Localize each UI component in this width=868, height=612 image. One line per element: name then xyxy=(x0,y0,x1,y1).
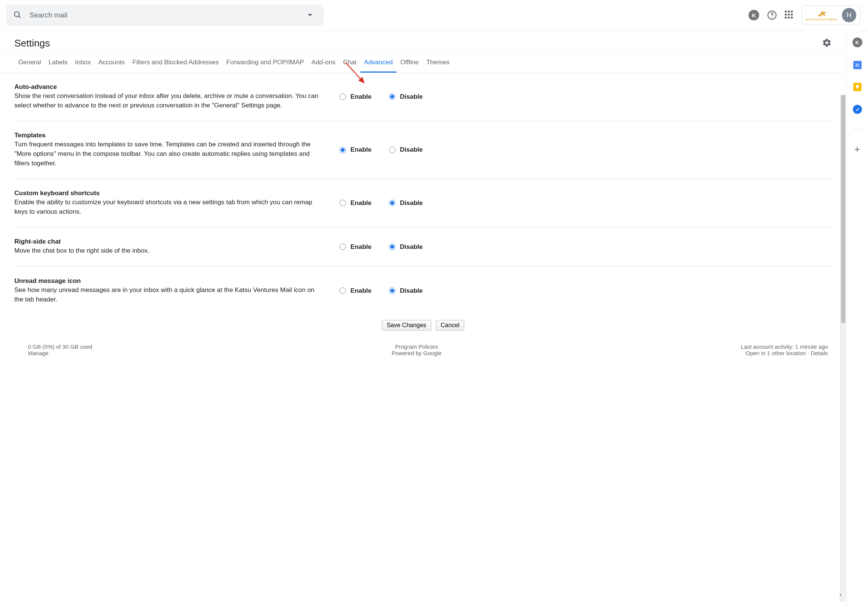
enable-option[interactable]: Enable xyxy=(339,93,372,101)
radio-label: Enable xyxy=(350,93,372,101)
org-logo: KATSUVENTURES xyxy=(806,9,837,21)
enable-option[interactable]: Enable xyxy=(339,146,372,154)
setting-title: Unread message icon xyxy=(14,277,324,285)
disable-radio[interactable] xyxy=(389,147,395,153)
content-area: Settings GeneralLabelsInboxAccountsFilte… xyxy=(0,31,846,612)
side-divider xyxy=(853,129,862,129)
radio-label: Disable xyxy=(400,287,423,295)
tab-forwarding-and-pop-imap[interactable]: Forwarding and POP/IMAP xyxy=(223,53,308,72)
scrollbar-track[interactable] xyxy=(840,95,846,601)
radio-label: Disable xyxy=(400,146,423,154)
setting-title: Templates xyxy=(14,132,324,139)
setting-title: Right-side chat xyxy=(14,238,324,245)
calendar-icon[interactable]: 31 xyxy=(853,61,862,69)
radio-label: Disable xyxy=(400,243,423,251)
keep-icon[interactable] xyxy=(853,83,862,91)
side-panel: K 31 + xyxy=(846,31,868,612)
setting-row: Custom keyboard shortcutsEnable the abil… xyxy=(14,179,832,227)
tasks-icon[interactable] xyxy=(853,105,862,114)
org-k-icon[interactable]: K xyxy=(749,10,759,20)
disable-radio[interactable] xyxy=(389,287,395,294)
disable-radio[interactable] xyxy=(389,93,395,100)
disable-option[interactable]: Disable xyxy=(389,287,423,295)
help-icon[interactable] xyxy=(767,10,777,20)
setting-description: Enable the ability to customize your key… xyxy=(14,198,324,216)
footer: 0 GB (0%) of 30 GB used Manage Program P… xyxy=(14,340,832,364)
setting-row: Unread message iconSee how many unread m… xyxy=(14,267,832,315)
enable-option[interactable]: Enable xyxy=(339,243,372,251)
enable-radio[interactable] xyxy=(339,200,346,206)
tab-accounts[interactable]: Accounts xyxy=(95,53,129,72)
powered-text: Powered by Google xyxy=(392,350,442,356)
setting-description: Turn frequent messages into templates to… xyxy=(14,140,324,168)
disable-option[interactable]: Disable xyxy=(389,243,423,251)
svg-line-1 xyxy=(19,16,20,18)
tab-add-ons[interactable]: Add-ons xyxy=(308,53,339,72)
policies-link[interactable]: Program Policies xyxy=(395,343,438,350)
setting-description: See how many unread messages are in your… xyxy=(14,286,324,304)
disable-option[interactable]: Disable xyxy=(389,93,423,101)
radio-label: Disable xyxy=(400,199,423,207)
page-title: Settings xyxy=(14,37,50,49)
button-row: Save Changes Cancel xyxy=(14,315,832,340)
enable-radio[interactable] xyxy=(339,93,346,100)
setting-title: Custom keyboard shortcuts xyxy=(14,190,324,197)
setting-description: Move the chat box to the right side of t… xyxy=(14,246,324,256)
activity-text: Last account activity: 1 minute ago xyxy=(741,343,828,350)
tab-offline[interactable]: Offline xyxy=(397,53,423,72)
apps-grid-icon[interactable] xyxy=(785,11,794,20)
svg-point-3 xyxy=(772,17,772,17)
enable-option[interactable]: Enable xyxy=(339,287,372,295)
setting-title: Auto-advance xyxy=(14,83,324,91)
enable-radio[interactable] xyxy=(339,287,346,294)
account-org-box[interactable]: KATSUVENTURES H xyxy=(801,5,860,25)
tab-advanced[interactable]: Advanced xyxy=(360,53,397,73)
header: K KATSUVENTURES H xyxy=(0,0,868,31)
disable-option[interactable]: Disable xyxy=(389,199,423,207)
tab-themes[interactable]: Themes xyxy=(423,53,453,72)
setting-row: Auto-advanceShow the next conversation i… xyxy=(14,73,832,121)
search-icon xyxy=(13,10,22,20)
setting-row: Right-side chatMove the chat box to the … xyxy=(14,227,832,267)
gear-icon[interactable] xyxy=(822,38,832,49)
save-button[interactable]: Save Changes xyxy=(382,320,431,331)
disable-radio[interactable] xyxy=(389,200,395,206)
enable-option[interactable]: Enable xyxy=(339,199,372,207)
enable-radio[interactable] xyxy=(339,147,346,153)
disable-radio[interactable] xyxy=(389,244,395,250)
settings-tabs: GeneralLabelsInboxAccountsFilters and Bl… xyxy=(0,53,846,73)
cancel-button[interactable]: Cancel xyxy=(436,320,465,331)
add-icon[interactable]: + xyxy=(853,144,862,154)
svg-point-0 xyxy=(14,12,19,17)
storage-text: 0 GB (0%) of 30 GB used xyxy=(28,343,92,350)
tab-general[interactable]: General xyxy=(14,53,45,72)
tab-inbox[interactable]: Inbox xyxy=(71,53,95,72)
tab-filters-and-blocked-addresses[interactable]: Filters and Blocked Addresses xyxy=(129,53,223,72)
radio-label: Enable xyxy=(350,146,372,154)
side-panel-toggle-icon[interactable] xyxy=(835,589,846,601)
manage-link[interactable]: Manage xyxy=(28,350,48,356)
setting-row: TemplatesTurn frequent messages into tem… xyxy=(14,121,832,179)
search-bar[interactable] xyxy=(6,5,324,26)
search-input[interactable] xyxy=(29,11,317,19)
radio-label: Disable xyxy=(400,93,423,101)
disable-option[interactable]: Disable xyxy=(389,146,423,154)
setting-description: Show the next conversation instead of yo… xyxy=(14,92,324,110)
radio-label: Enable xyxy=(350,243,372,251)
avatar[interactable]: H xyxy=(842,8,856,22)
org-side-icon[interactable]: K xyxy=(852,37,862,47)
details-link[interactable]: Details xyxy=(811,350,828,356)
radio-label: Enable xyxy=(350,199,372,207)
open-in-link[interactable]: Open in 1 other location xyxy=(746,350,806,356)
tab-chat[interactable]: Chat xyxy=(339,53,360,72)
enable-radio[interactable] xyxy=(339,244,346,250)
radio-label: Enable xyxy=(350,287,372,295)
search-options-dropdown-icon[interactable] xyxy=(308,14,312,16)
tab-labels[interactable]: Labels xyxy=(45,53,71,72)
scrollbar-thumb[interactable] xyxy=(841,95,845,323)
